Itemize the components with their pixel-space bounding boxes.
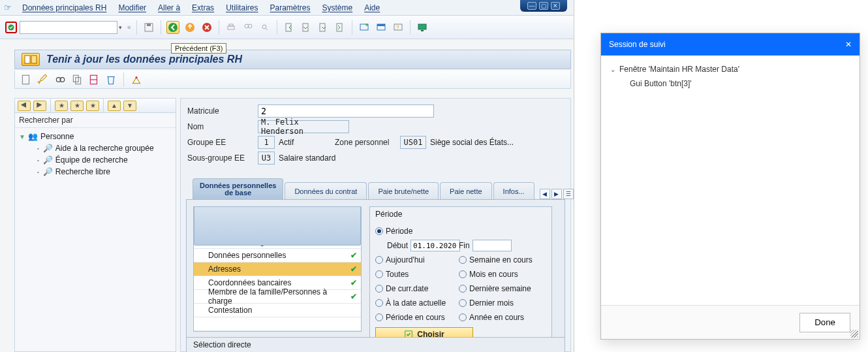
save-icon[interactable] <box>142 21 155 34</box>
maximize-button[interactable]: ▢ <box>539 2 548 10</box>
eesub-text: Salaire standard <box>279 153 335 163</box>
help-icon[interactable]: ? <box>392 21 405 34</box>
tracker-node[interactable]: ⌄ Fenêtre 'Maintain HR Master Data' <box>610 62 850 76</box>
last-page-icon[interactable] <box>333 21 347 34</box>
copy-icon[interactable] <box>71 74 83 86</box>
svg-text:?: ? <box>396 24 399 30</box>
delete-icon[interactable] <box>105 74 117 86</box>
radio-label: Période <box>386 227 412 236</box>
tab-scroll-right[interactable]: ▶ <box>551 189 562 199</box>
eegroup-label: Groupe EE <box>187 138 258 147</box>
chevron-down-icon[interactable]: ⌄ <box>610 66 615 73</box>
close-icon[interactable]: ✕ <box>845 40 852 49</box>
sb-fav1[interactable]: ★ <box>55 101 68 111</box>
infotype-table: Texte Infotype S.. Actions✔Affectation d… <box>193 206 362 347</box>
period-radio[interactable] <box>375 313 383 321</box>
tab-more[interactable]: Infos... <box>493 182 535 199</box>
delimit-icon[interactable] <box>88 74 100 86</box>
tree-item-label: Aide à la recherche groupée <box>55 144 154 153</box>
close-button[interactable]: ✕ <box>551 2 560 10</box>
period-radio[interactable] <box>375 285 383 293</box>
page-title-icon <box>22 53 40 66</box>
exit-button[interactable] <box>183 21 196 34</box>
dropdown-icon[interactable]: ▾ <box>119 24 122 31</box>
enter-icon[interactable] <box>5 22 17 33</box>
tracker-leaf[interactable]: Gui Button 'btn[3]' <box>610 76 850 91</box>
tab-contract[interactable]: Données du contrat <box>285 182 367 199</box>
create-icon[interactable] <box>20 74 32 86</box>
tree-root[interactable]: ▼ 👥 Personne <box>19 131 172 142</box>
sb-nav-fwd[interactable]: ⯈ <box>33 101 46 111</box>
fin-label: Fin <box>459 241 470 250</box>
sb-down[interactable]: ▼ <box>123 101 136 111</box>
okcode-input[interactable] <box>20 21 117 34</box>
menu-item[interactable]: Données principales RH <box>21 2 108 14</box>
period-radio[interactable] <box>459 256 467 264</box>
binoculars-icon: 🔎 <box>43 144 53 153</box>
selection-directe: Sélection directe <box>186 337 565 352</box>
period-radio[interactable] <box>375 299 383 307</box>
matricule-input[interactable] <box>258 104 434 118</box>
sb-fav2[interactable]: ★ <box>70 101 84 111</box>
tab-basic-personal[interactable]: Données personnelles de base <box>193 178 283 199</box>
layout-icon[interactable] <box>375 21 388 34</box>
menu-item[interactable]: Aide <box>363 2 381 14</box>
print-icon[interactable] <box>225 21 238 34</box>
menu-item[interactable]: Système <box>321 2 354 14</box>
back-button[interactable] <box>166 21 179 34</box>
search-sidebar: ⯇ ⯈ ★ ★ ★ ▲ ▼ Rechercher par ▼ 👥 Personn… <box>14 98 176 352</box>
next-page-icon[interactable] <box>317 21 330 34</box>
menu-item[interactable]: Aller à <box>157 2 181 14</box>
sb-nav-back[interactable]: ⯇ <box>18 101 31 111</box>
period-radio[interactable] <box>459 313 467 321</box>
menu-item[interactable]: Extras <box>191 2 215 14</box>
svg-rect-11 <box>286 24 291 31</box>
find-icon[interactable] <box>241 21 255 34</box>
tab-list[interactable]: ☰ <box>563 189 574 199</box>
overview-icon[interactable] <box>131 74 142 86</box>
fin-input[interactable] <box>473 240 512 251</box>
period-radio[interactable] <box>459 270 467 278</box>
period-radio[interactable] <box>459 285 467 293</box>
tree-item[interactable]: •🔎Recherche libre <box>19 166 172 178</box>
minimize-button[interactable]: — <box>527 2 536 10</box>
period-radio[interactable] <box>375 256 383 264</box>
table-row[interactable]: Membre de la famille/Personnes à charge✔ <box>194 290 361 304</box>
menu-item[interactable]: Modifier <box>117 2 147 14</box>
tree-item[interactable]: •🔎Aide à la recherche groupée <box>19 142 172 154</box>
history-back-icon[interactable]: « <box>127 24 131 31</box>
menu-item[interactable]: Paramètres <box>268 2 311 14</box>
tab-gross-net[interactable]: Paie brute/nette <box>368 182 439 199</box>
debut-input[interactable] <box>411 240 460 251</box>
binoculars-icon: 🔎 <box>43 155 53 165</box>
collapse-icon[interactable]: ▼ <box>19 133 25 140</box>
tab-net[interactable]: Paie nette <box>440 182 492 199</box>
table-row[interactable]: Adresses✔ <box>194 263 361 276</box>
eegroup-code: 1 <box>258 136 275 149</box>
cancel-button[interactable] <box>200 21 213 34</box>
find-next-icon[interactable] <box>258 21 271 34</box>
menu-item[interactable]: Utilitaires <box>225 2 259 14</box>
first-page-icon[interactable] <box>283 21 296 34</box>
edit-icon[interactable] <box>37 74 49 86</box>
radio-period[interactable] <box>375 227 383 235</box>
sb-fav3[interactable]: ★ <box>86 101 99 111</box>
svg-rect-7 <box>229 24 233 26</box>
display-icon[interactable] <box>54 74 66 86</box>
app-icon: ☞ <box>4 3 12 12</box>
svg-rect-14 <box>337 24 342 31</box>
period-radio[interactable] <box>459 299 467 307</box>
tree-item[interactable]: •🔎Équipe de recherche <box>19 154 172 166</box>
table-row[interactable]: Données personnelles✔ <box>194 249 361 263</box>
done-button[interactable]: Done <box>799 313 850 332</box>
resize-handle[interactable] <box>850 330 858 338</box>
svg-rect-22 <box>25 56 30 63</box>
tab-scroll-left[interactable]: ◀ <box>540 189 550 199</box>
sb-up[interactable]: ▲ <box>108 101 121 111</box>
new-session-icon[interactable] <box>358 21 371 34</box>
table-row[interactable]: Contestation <box>194 304 361 317</box>
screen-icon[interactable] <box>416 21 429 34</box>
prev-page-icon[interactable] <box>300 21 313 34</box>
svg-rect-12 <box>303 24 308 31</box>
period-radio[interactable] <box>375 270 383 278</box>
